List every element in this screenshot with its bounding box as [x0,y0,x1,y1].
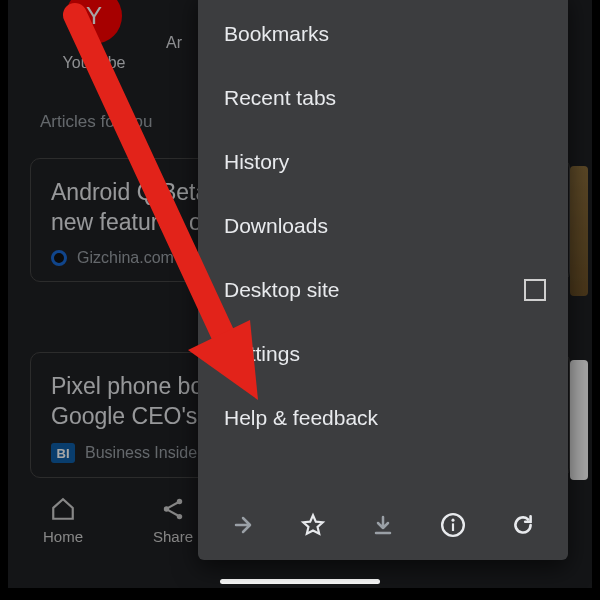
checkbox-icon[interactable] [524,279,546,301]
reload-button[interactable] [503,505,543,545]
info-button[interactable] [433,505,473,545]
forward-button[interactable] [223,505,263,545]
download-icon [371,513,395,537]
svg-rect-5 [452,523,454,531]
download-button[interactable] [363,505,403,545]
home-icon [50,496,76,522]
reload-icon [510,512,536,538]
share-icon [160,496,186,522]
svg-point-4 [451,519,454,522]
home-indicator[interactable] [220,579,380,584]
overflow-menu: Bookmarks Recent tabs History Downloads … [198,0,568,560]
article-thumbnail [570,360,588,480]
bookmark-button[interactable] [293,505,333,545]
youtube-icon: Y [66,0,122,44]
menu-settings[interactable]: Settings [198,322,568,386]
arrow-forward-icon [231,513,255,537]
menu-bookmarks[interactable]: Bookmarks [198,2,568,66]
menu-desktop-site[interactable]: Desktop site [198,258,568,322]
shortcut-youtube[interactable]: Y YouTube [24,0,164,72]
menu-help-feedback[interactable]: Help & feedback [198,386,568,450]
shortcut-label: YouTube [24,54,164,72]
menu-history[interactable]: History [198,130,568,194]
menu-recent-tabs[interactable]: Recent tabs [198,66,568,130]
article-thumbnail [570,166,588,296]
menu-footer [198,496,568,560]
source-icon [51,250,67,266]
star-icon [300,512,326,538]
nav-home[interactable]: Home [8,496,118,568]
info-icon [440,512,466,538]
articles-header: Articles for you [40,112,152,132]
menu-downloads[interactable]: Downloads [198,194,568,258]
source-icon: BI [51,443,75,463]
